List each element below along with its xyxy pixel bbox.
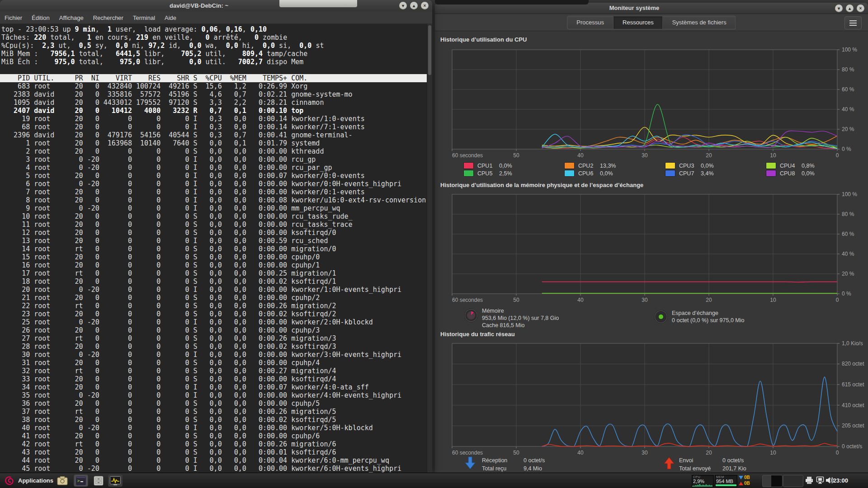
svg-text:100 %: 100 % [842,47,857,53]
monitor-window-buttons: ▾ ▴ × [835,5,864,12]
legend-item-cpu7: CPU73,4% [665,169,766,177]
table-row: 35 root 0 -20 0 0 0 I 0,0 0,0 0:00.00 kw… [0,391,427,399]
menu-item-rechercher[interactable]: Rechercher [93,14,123,21]
menu-button[interactable] [844,16,862,29]
screenshot-tool-button[interactable] [55,474,70,487]
table-row: 30 root 0 -20 0 0 0 I 0,0 0,0 0:00.00 kw… [0,351,427,359]
table-row: 27 root rt 0 0 0 0 S 0,0 0,0 0:00.26 mig… [0,334,427,343]
menu-item-edition[interactable]: Édition [32,14,50,21]
series-m-moire-12-0- [542,282,837,282]
svg-text:40: 40 [577,152,584,159]
svg-text:10: 10 [770,450,776,456]
table-row: 25 root 0 -20 0 0 0 I 0,0 0,0 0:00.00 kw… [0,318,427,326]
send-rate: 0 octet/s [722,457,744,464]
table-row: 5 root 20 0 0 0 0 I 0,0 0,0 0:00.07 kwor… [0,172,427,180]
window-list-item[interactable] [762,475,783,487]
menu-item-affichage[interactable]: Affichage [59,14,84,21]
svg-text:60 %: 60 % [842,86,854,93]
terminal-output[interactable]: top - 23:00:53 up 9 min, 1 user, load av… [0,23,427,473]
svg-text:30: 30 [642,152,648,159]
menu-item-terminal[interactable]: Terminal [133,14,155,21]
menu-item-fichier[interactable]: Fichier [5,14,22,21]
clock[interactable]: 23:00 [833,473,848,488]
close-icon[interactable]: × [857,5,864,12]
display-network-icon[interactable] [816,476,824,484]
cpu-legend: CPU10,0%CPU213,3%CPU30,0%CPU40,8%CPU52,5… [463,162,861,177]
menu-item-aide[interactable]: Aide [165,14,176,21]
table-row: 16 root 20 0 0 0 0 S 0,0 0,0 0:00.00 cpu… [0,261,427,269]
memory-value: 953,6 Mio (12,0 %) sur 7,8 Gio [482,314,559,322]
table-row: 44 root 20 0 0 0 0 I 0,0 0,0 0:00.04 kwo… [0,456,427,465]
svg-text:0: 0 [836,152,839,159]
top-summary-line-1: top - 23:00:53 up 9 min, 1 user, load av… [0,25,427,33]
legend-item-cpu8: CPU80,0% [766,169,867,177]
table-row: 1095 david 20 0 4433012 179552 97120 S 3… [0,99,427,107]
terminal-scrollbar[interactable] [427,23,432,473]
swap-label: Espace d’échange [672,310,745,317]
svg-text:50: 50 [513,152,519,159]
table-row: 38 root 20 0 0 0 0 S 0,0 0,0 0:00.02 kso… [0,416,427,424]
table-row: 1 root 20 0 163968 10140 7640 S 0,0 0,1 … [0,139,427,147]
table-row: 31 root 20 0 0 0 0 S 0,0 0,0 0:00.00 cpu… [0,359,427,367]
screenshot-tool-icon [57,476,68,485]
table-row: 41 root 20 0 0 0 0 S 0,0 0,0 0:00.00 cpu… [0,432,427,440]
legend-item-cpu3: CPU30,0% [665,162,766,169]
swap-value: 0 octet (0,0 %) sur 975,0 Mio [672,317,745,324]
maximize-icon[interactable]: ▴ [410,2,418,9]
tab-ressources[interactable]: Ressources [613,16,663,29]
table-row: 14 root rt 0 0 0 0 S 0,0 0,0 0:00.00 mig… [0,245,427,253]
received-total-label: Total reçu [482,465,524,473]
terminal-titlebar[interactable]: david@VB-DebCin: ~ ▾ ▴ × [0,0,432,12]
svg-text:80 %: 80 % [842,211,854,217]
minimize-icon[interactable]: ▾ [835,5,843,12]
tab-systemes-de-fichiers[interactable]: Systèmes de fichiers [663,16,736,29]
table-row: 20 root 0 -20 0 0 0 I 0,0 0,0 0:00.00 kw… [0,286,427,294]
svg-text:80 %: 80 % [842,66,854,73]
memory-history-chart: 60 secondes50403020100100 %80 %60 %40 %2… [448,191,864,304]
maximize-icon[interactable]: ▴ [846,5,854,12]
table-row: 12 root 20 0 0 0 0 S 0,0 0,0 0:00.00 kso… [0,229,427,237]
system-monitor-button[interactable] [108,474,123,487]
scrollbar-thumb[interactable] [428,25,431,75]
cpu-history-chart: 60 secondes50403020100100 %80 %60 %40 %2… [448,46,864,159]
table-row: 8 root 20 0 0 0 0 I 0,0 0,0 0:00.08 kwor… [0,196,427,204]
download-rate: 0B [744,475,750,480]
receive-rate: 0 octet/s [524,457,545,464]
network-applet[interactable]: 0B 0B [739,474,752,486]
cpu-applet-label: CPU [693,475,700,479]
svg-text:20: 20 [706,297,712,303]
memory-applet[interactable]: MEM 954 MB [715,475,737,487]
minimize-icon[interactable]: ▾ [399,2,407,9]
printer-icon[interactable] [805,476,813,484]
svg-text:100 %: 100 % [842,191,857,197]
table-row: 28 root 20 0 0 0 0 S 0,0 0,0 0:00.02 kso… [0,343,427,351]
debian-logo-icon[interactable] [4,475,14,486]
table-row: 7 root 20 0 0 0 0 I 0,0 0,0 0:00.00 kwor… [0,188,427,196]
table-row: 32 root rt 0 0 0 0 S 0,0 0,0 0:00.27 mig… [0,367,427,375]
table-row: 36 root 20 0 0 0 0 S 0,0 0,0 0:00.00 cpu… [0,399,427,408]
window-list-item[interactable] [783,475,803,487]
legend-swatch [564,162,575,169]
legend-swatch [766,162,776,169]
svg-text:0: 0 [836,450,839,456]
network-history-chart: 60 secondes504030201001,0 Kio/s820 octet… [448,340,864,458]
memory-label: Mémoire [482,307,559,314]
cpu-applet[interactable]: CPU 2,9% [692,475,714,487]
legend-swatch [766,170,776,177]
tab-processus[interactable]: Processus [567,16,613,29]
memory-cache: Cache 816,5 Mio [482,322,559,329]
process-table-header: PID UTIL. PR NI VIRT RES SHR S %CPU %MEM… [0,74,427,82]
svg-text:>: > [77,479,80,483]
svg-text:410 octets/s: 410 octets/s [842,402,864,408]
svg-text:10: 10 [770,297,776,303]
svg-text:30: 30 [642,297,648,303]
file-manager-button[interactable] [91,474,106,487]
upload-arrow-icon [739,482,743,485]
svg-text:60 %: 60 % [842,231,854,237]
terminal-app-button[interactable]: > [74,474,88,487]
table-row: 33 root 20 0 0 0 0 S 0,0 0,0 0:00.00 kso… [0,375,427,383]
applications-menu[interactable]: Applications [18,473,53,488]
close-icon[interactable]: × [421,2,429,9]
receive-label: Réception [482,456,524,465]
svg-text:0: 0 [836,297,839,303]
